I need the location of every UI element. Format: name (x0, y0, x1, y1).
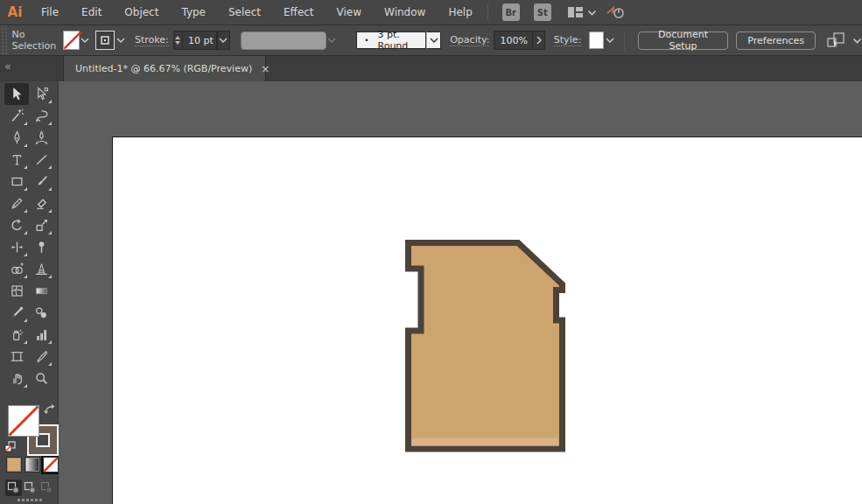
perspective-grid-tool[interactable] (29, 258, 53, 280)
stroke-weight-stepper[interactable] (173, 31, 183, 50)
tab-close-icon[interactable]: × (252, 63, 278, 75)
workspace-switcher-icon[interactable] (567, 6, 584, 18)
panel-grip[interactable] (0, 25, 7, 55)
draw-behind-button[interactable] (22, 480, 39, 496)
paintbrush-tool[interactable] (29, 171, 53, 192)
canvas-pasteboard[interactable] (59, 81, 862, 504)
artboard[interactable] (112, 136, 862, 504)
document-setup-button[interactable]: Document Setup (638, 32, 728, 50)
drawing-mode-buttons (0, 480, 59, 496)
lasso-tool[interactable] (29, 105, 53, 127)
draw-normal-button[interactable] (5, 480, 22, 496)
artboard-tool[interactable] (4, 346, 29, 368)
opacity-flyout-icon[interactable] (533, 31, 545, 50)
fill-stroke-indicator (0, 402, 59, 457)
zoom-tool[interactable] (29, 368, 53, 389)
brush-definition-field[interactable]: • 3 pt. Round (356, 32, 426, 49)
st-panel-badge[interactable]: St (534, 4, 551, 21)
style-chevron-icon[interactable] (604, 31, 615, 50)
menu-item-object[interactable]: Object (113, 0, 170, 24)
illustrator-window: Ai FileEditObjectTypeSelectEffectViewWin… (0, 0, 862, 504)
control-panel-chevron-icon[interactable] (852, 35, 862, 46)
direct-selection-tool[interactable] (29, 83, 53, 105)
control-bar: No Selection Stroke: 10 pt (0, 25, 862, 56)
blend-tool[interactable] (29, 302, 53, 324)
collapse-panel-icon[interactable]: « (4, 60, 11, 73)
magic-wand-tool[interactable] (4, 105, 29, 127)
control-separator (624, 31, 625, 50)
none-mode-button[interactable] (43, 457, 59, 472)
brush-dot-icon: • (364, 36, 368, 45)
type-tool[interactable] (4, 149, 29, 171)
slice-tool[interactable] (29, 346, 53, 368)
line-segment-tool[interactable] (29, 149, 53, 171)
isolate-selection-icon[interactable] (826, 32, 847, 49)
stroke-weight-field[interactable]: 10 pt (183, 31, 217, 50)
fill-proxy[interactable] (8, 405, 39, 437)
rectangle-tool[interactable] (4, 171, 29, 192)
menu-items: FileEditObjectTypeSelectEffectViewWindow… (30, 0, 484, 24)
shaper-tool[interactable] (4, 192, 29, 214)
rotate-tool[interactable] (4, 214, 29, 236)
width-profile-chevron-icon[interactable] (326, 31, 338, 50)
toolbar-options-dots[interactable] (0, 499, 59, 501)
menu-item-help[interactable]: Help (437, 0, 483, 24)
tools-grid (0, 81, 58, 389)
menu-item-effect[interactable]: Effect (272, 0, 326, 24)
gradient-tool[interactable] (29, 280, 53, 302)
shape-builder-tool[interactable] (4, 258, 29, 280)
menu-item-view[interactable]: View (326, 0, 373, 24)
column-graph-tool[interactable] (29, 324, 53, 346)
menu-item-file[interactable]: File (30, 0, 70, 24)
variable-width-profile-preview[interactable] (241, 32, 326, 50)
width-tool[interactable] (4, 236, 29, 258)
style-swatch[interactable] (589, 32, 604, 49)
brush-definition-dropdown[interactable]: • 3 pt. Round (356, 32, 441, 49)
document-tab-bar: « Untitled-1* @ 66.67% (RGB/Preview) × (0, 56, 862, 81)
stroke-label[interactable]: Stroke: (135, 34, 169, 46)
eraser-tool[interactable] (29, 192, 53, 214)
fill-color-swatch[interactable] (63, 31, 80, 50)
menu-badges: BrSt (495, 4, 558, 21)
br-panel-badge[interactable]: Br (502, 4, 520, 21)
mesh-tool[interactable] (4, 280, 29, 302)
style-label[interactable]: Style: (554, 34, 581, 46)
scale-tool[interactable] (29, 214, 53, 236)
selection-status: No Selection (7, 29, 64, 52)
sd-card-shape[interactable] (113, 137, 862, 504)
menu-item-type[interactable]: Type (170, 0, 217, 24)
brush-definition-value: 3 pt. Round (378, 29, 426, 52)
pen-tool[interactable] (4, 127, 29, 149)
paint-style-buttons (0, 457, 59, 472)
stroke-color-swatch[interactable] (95, 31, 115, 50)
hand-tool[interactable] (4, 368, 29, 389)
menu-bar: Ai FileEditObjectTypeSelectEffectViewWin… (0, 0, 862, 25)
document-tab-title: Untitled-1* @ 66.67% (RGB/Preview) (64, 63, 252, 74)
stroke-color-chevron-icon[interactable] (115, 31, 126, 50)
menu-separator (487, 4, 488, 20)
gradient-mode-button[interactable] (25, 457, 40, 472)
menu-item-select[interactable]: Select (217, 0, 272, 24)
puppet-warp-tool[interactable] (29, 236, 53, 258)
document-tab[interactable]: Untitled-1* @ 66.67% (RGB/Preview) × (63, 56, 266, 81)
curvature-tool[interactable] (29, 127, 53, 149)
opacity-label[interactable]: Opacity: (450, 34, 489, 46)
swap-fill-stroke-icon[interactable] (44, 404, 56, 417)
menu-item-edit[interactable]: Edit (70, 0, 113, 24)
workspace-chevron-icon[interactable] (587, 7, 597, 18)
tools-panel (0, 81, 59, 504)
selection-tool[interactable] (4, 83, 29, 105)
menu-item-window[interactable]: Window (373, 0, 437, 24)
app-logo[interactable]: Ai (0, 4, 30, 20)
stroke-weight-chevron-icon[interactable] (217, 31, 230, 50)
gpu-performance-icon[interactable] (606, 4, 627, 20)
preferences-button[interactable]: Preferences (736, 32, 816, 50)
opacity-field[interactable]: 100% (494, 31, 533, 50)
eyedropper-tool[interactable] (4, 302, 29, 324)
default-fill-stroke-icon[interactable] (4, 441, 16, 455)
draw-inside-button (39, 480, 55, 496)
brush-definition-chevron-icon[interactable] (426, 32, 441, 49)
color-mode-button[interactable] (6, 457, 22, 472)
symbol-sprayer-tool[interactable] (4, 324, 29, 346)
